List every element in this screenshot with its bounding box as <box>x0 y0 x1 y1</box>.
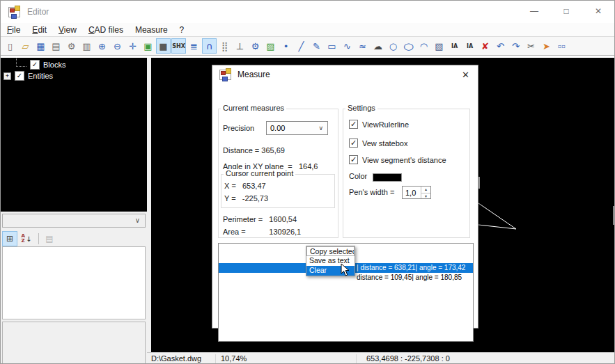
property-grid-toolbar: ⊞ AZ ↓ ▤ <box>2 230 146 247</box>
display-mode-button[interactable]: ■ <box>156 38 171 54</box>
color-label: Color <box>349 172 367 180</box>
object-selector-combobox[interactable]: ∨ <box>2 214 146 228</box>
group-label: Settings <box>345 104 377 112</box>
delete-button[interactable]: ✘ <box>478 38 492 54</box>
draw-line-button[interactable]: ╱ <box>294 38 309 54</box>
trim-button[interactable]: ✂ <box>524 38 538 54</box>
object-tree: ✓ Blocks + ✓ Entities <box>1 58 147 212</box>
stepper-buttons: ▴ ▾ <box>421 187 430 198</box>
spin-down-icon[interactable]: ▾ <box>421 193 430 200</box>
menu-file[interactable]: File <box>7 25 20 35</box>
redo-button[interactable]: ↷ <box>508 38 523 54</box>
hatch-button[interactable]: ▧ <box>432 38 446 54</box>
status-coordinates: 653,4698 : -225,7308 : 0 <box>366 354 450 363</box>
app-icon <box>8 7 20 17</box>
group-label: Cursor current point <box>224 169 295 177</box>
perimeter-value: Perimeter = 1600,54 <box>223 215 297 223</box>
draw-arc-button[interactable]: ◠ <box>417 38 431 54</box>
layers-button[interactable]: ≣ <box>187 38 201 54</box>
spin-up-icon[interactable]: ▴ <box>421 187 430 193</box>
draw-sketch-button[interactable]: ≈ <box>355 38 370 54</box>
tree-item-blocks[interactable]: ✓ Blocks <box>1 59 147 70</box>
dialog-icon <box>219 70 231 80</box>
draw-curve-button[interactable]: ∿ <box>340 38 355 54</box>
print-button[interactable]: ▤ <box>49 38 63 54</box>
pen-width-value: 1,0 <box>405 189 416 197</box>
menu-bar: File Edit View CAD files Measure ? <box>1 23 614 36</box>
zoom-extents-button[interactable]: ✛ <box>125 38 140 54</box>
maximize-button[interactable]: □ <box>550 1 582 23</box>
draw-cloud-button[interactable]: ☁ <box>371 38 385 54</box>
new-file-button[interactable]: ▯ <box>3 38 17 54</box>
chevron-down-icon: ∨ <box>318 125 323 132</box>
view-rulerline-checkbox[interactable]: ✓ ViewRulerline <box>349 120 409 129</box>
arrow-down-icon: ↓ <box>26 235 31 243</box>
tree-item-label: Blocks <box>43 61 65 69</box>
status-bar: D:\Gasket.dwg 10,74% 653,4698 : -225,730… <box>147 352 615 364</box>
area-value: Area = 130926,1 <box>223 228 301 236</box>
color-swatch-button[interactable] <box>373 173 402 182</box>
pen-width-stepper[interactable]: 1,0 ▴ ▾ <box>402 186 431 199</box>
measure-dialog: Measure ✕ Current measures Precision 0.0… <box>212 65 478 329</box>
dimension-button[interactable]: ▫▫ <box>554 38 569 54</box>
tree-connector <box>16 58 26 67</box>
menu-help[interactable]: ? <box>180 25 185 35</box>
menu-view[interactable]: View <box>59 25 77 35</box>
minimize-button[interactable]: — <box>518 1 550 23</box>
grid-snap-button[interactable]: ⣿ <box>217 38 232 54</box>
text-insert-button[interactable]: ΙA <box>447 38 462 54</box>
save-button[interactable]: ▦ <box>33 38 48 54</box>
property-pages-button[interactable]: ▤ <box>42 231 57 246</box>
precision-combobox[interactable]: 0.00 ∨ <box>266 121 328 135</box>
draw-polyline-button[interactable]: ✎ <box>309 38 324 54</box>
cursor-y-value: Y = -225,73 <box>224 194 268 203</box>
view-segment-distance-checkbox[interactable]: ✓ View segment's distance <box>349 155 446 164</box>
app-window: Editor — □ ✕ File Edit View CAD files Me… <box>0 0 615 364</box>
pointer-settings-button[interactable]: ⚙ <box>248 38 263 54</box>
checkbox-check-icon[interactable]: ✓ <box>349 120 358 129</box>
print-setup-button[interactable]: ⚙ <box>64 38 79 54</box>
expand-icon[interactable]: + <box>3 72 11 80</box>
text-edit-button[interactable]: ΙA <box>462 38 477 54</box>
context-menu-copy-selected[interactable]: Copy selected <box>306 246 355 256</box>
undo-button[interactable]: ↶ <box>493 38 508 54</box>
entities-checkbox[interactable]: ✓ <box>15 71 24 81</box>
zoom-window-button[interactable]: ▣ <box>141 38 155 54</box>
close-button[interactable]: ✕ <box>582 1 614 23</box>
dialog-title-bar[interactable]: Measure ✕ <box>212 65 478 84</box>
draw-rectangle-button[interactable]: ▭ <box>325 38 339 54</box>
ortho-mode-button[interactable]: ⊥ <box>233 38 247 54</box>
shx-fonts-button[interactable]: SHX <box>171 38 186 54</box>
status-separator <box>215 354 216 363</box>
property-grid[interactable] <box>2 246 146 319</box>
open-folder-button[interactable]: ▱ <box>18 38 33 54</box>
status-zoom-level: 10,74% <box>221 354 247 363</box>
title-bar: Editor — □ ✕ <box>1 1 614 23</box>
print-preview-button[interactable]: ▥ <box>79 38 94 54</box>
checkbox-check-icon[interactable]: ✓ <box>349 155 358 164</box>
tree-item-entities[interactable]: + ✓ Entities <box>1 70 147 81</box>
checkbox-label: View segment's distance <box>362 156 446 164</box>
blocks-checkbox[interactable]: ✓ <box>30 60 40 70</box>
insert-image-button[interactable]: ▨ <box>263 38 278 54</box>
sort-alphabetical-button[interactable]: AZ ↓ <box>19 231 34 246</box>
cursor-x-value: X = 653,47 <box>224 182 266 190</box>
draw-ellipse-button[interactable]: ○ <box>398 38 418 54</box>
list-item-text: distance = 109,45| angle = 180,85 <box>357 273 462 283</box>
view-statebox-checkbox[interactable]: ✓ Vew statebox <box>349 139 407 148</box>
dialog-close-icon[interactable]: ✕ <box>462 70 469 80</box>
menu-cad-files[interactable]: CAD files <box>88 25 123 35</box>
categorized-button[interactable]: ⊞ <box>2 231 17 246</box>
draw-point-button[interactable]: • <box>279 38 293 54</box>
snap-magnet-button[interactable]: ∩ <box>202 38 217 54</box>
mouse-cursor-icon <box>341 263 350 280</box>
window-controls: — □ ✕ <box>518 1 614 23</box>
toolbar-separator <box>38 233 39 244</box>
checkbox-check-icon[interactable]: ✓ <box>349 139 358 148</box>
touch-select-button[interactable]: ➤ <box>539 38 554 54</box>
current-measures-group: Current measures Precision 0.00 ∨ Distan… <box>218 109 338 238</box>
zoom-out-button[interactable]: ⊖ <box>110 38 125 54</box>
menu-measure[interactable]: Measure <box>135 25 168 35</box>
menu-edit[interactable]: Edit <box>32 25 47 35</box>
zoom-in-button[interactable]: ⊕ <box>95 38 109 54</box>
